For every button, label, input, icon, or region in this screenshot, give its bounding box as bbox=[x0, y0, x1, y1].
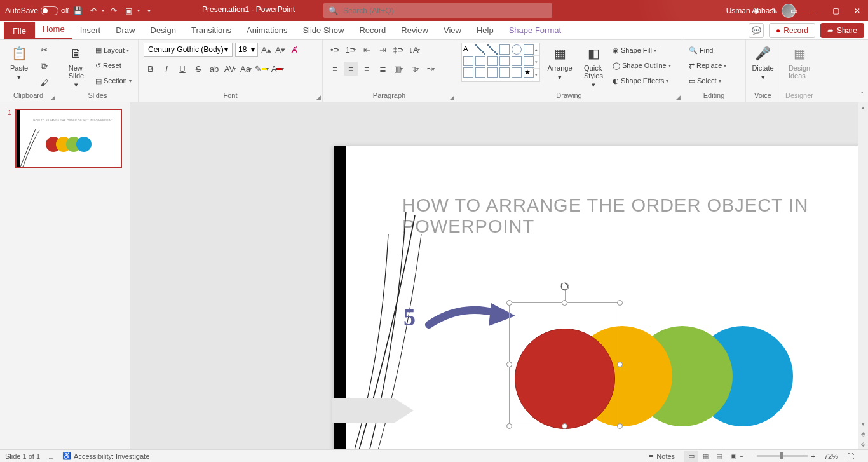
design-ideas-button[interactable]: ▦ Design Ideas bbox=[785, 43, 813, 79]
shape-gallery[interactable]: A ★ ▴▾▾ bbox=[461, 43, 540, 82]
increase-font-icon[interactable]: A▴ bbox=[261, 43, 272, 57]
tab-draw[interactable]: Draw bbox=[108, 22, 142, 39]
search-box[interactable]: 🔍 bbox=[323, 3, 552, 18]
columns-icon[interactable]: ▥▾ bbox=[391, 62, 405, 76]
selection-frame[interactable] bbox=[509, 302, 620, 426]
vertical-scrollbar[interactable]: ▴ ▾ ⬘⬙ bbox=[858, 102, 868, 449]
present-menu[interactable]: ▾ bbox=[137, 8, 140, 13]
handle-ne[interactable] bbox=[617, 300, 623, 306]
undo-menu[interactable]: ▾ bbox=[102, 8, 104, 13]
shape-fill-button[interactable]: ◉ Shape Fill▾ bbox=[611, 44, 672, 57]
handle-s[interactable] bbox=[562, 423, 567, 429]
italic-icon[interactable]: I bbox=[159, 62, 173, 76]
change-case-icon[interactable]: Aa▾ bbox=[239, 62, 253, 76]
align-center-icon[interactable]: ≡ bbox=[344, 62, 358, 76]
text-direction-icon[interactable]: ↴▾ bbox=[407, 62, 421, 76]
outdent-icon[interactable]: ⇤ bbox=[360, 43, 374, 57]
reading-view-icon[interactable]: ▤ bbox=[712, 451, 726, 462]
underline-icon[interactable]: U bbox=[175, 62, 189, 76]
slide-title[interactable]: HOW TO ARRANGE THE ORDER OBJECT IN POWER… bbox=[402, 195, 868, 237]
reset-button[interactable]: ↺ Reset bbox=[94, 59, 133, 72]
ribbon-display-icon[interactable]: ▭ bbox=[784, 0, 803, 21]
rotate-handle[interactable] bbox=[560, 282, 570, 292]
slideshow-view-icon[interactable]: ▣ bbox=[726, 451, 740, 462]
handle-e[interactable] bbox=[617, 362, 623, 367]
justify-icon[interactable]: ≣ bbox=[376, 62, 390, 76]
collapse-ribbon-icon[interactable]: ˄ bbox=[860, 91, 864, 99]
prev-slide-icon[interactable]: ⬘ bbox=[858, 429, 868, 439]
dictate-button[interactable]: 🎤 Dictate▾ bbox=[751, 43, 775, 81]
zoom-value[interactable]: 72% bbox=[824, 452, 838, 460]
numbering-icon[interactable]: 1≡▾ bbox=[344, 43, 358, 57]
font-color-icon[interactable]: A▾ bbox=[271, 62, 285, 76]
tab-design[interactable]: Design bbox=[143, 22, 184, 39]
zoom-slider[interactable] bbox=[757, 455, 808, 457]
record-button[interactable]: ●Record bbox=[769, 23, 815, 38]
new-slide-button[interactable]: 🗎 New Slide▾ bbox=[62, 43, 90, 89]
close-button[interactable]: ✕ bbox=[846, 0, 868, 21]
redo-icon[interactable]: ↷ bbox=[108, 5, 119, 17]
replace-button[interactable]: ⇄ Replace ▾ bbox=[688, 59, 728, 72]
decrease-font-icon[interactable]: A▾ bbox=[275, 43, 286, 57]
handle-sw[interactable] bbox=[506, 423, 512, 429]
zoom-out-icon[interactable]: − bbox=[740, 452, 743, 460]
slide-editor[interactable]: HOW TO ARRANGE THE ORDER OBJECT IN POWER… bbox=[130, 102, 868, 449]
section-button[interactable]: ▤ Section▾ bbox=[94, 74, 133, 87]
present-icon[interactable]: ▣ bbox=[123, 5, 135, 17]
handle-w[interactable] bbox=[506, 362, 512, 367]
tab-transitions[interactable]: Transitions bbox=[184, 22, 239, 39]
coming-soon-icon[interactable]: ✎ bbox=[765, 0, 784, 21]
highlight-icon[interactable]: ✎▾ bbox=[255, 62, 269, 76]
layout-button[interactable]: ▦ Layout▾ bbox=[94, 44, 133, 57]
spell-check-icon[interactable]: ⎵ bbox=[49, 452, 53, 460]
slide-canvas[interactable]: HOW TO ARRANGE THE ORDER OBJECT IN POWER… bbox=[334, 146, 868, 449]
handle-nw[interactable] bbox=[506, 300, 512, 306]
copy-icon[interactable]: ⧉▾ bbox=[37, 59, 51, 73]
slide-thumbnail-1[interactable]: HOW TO ARRANGE THE ORDER OBJECT IN POWER… bbox=[15, 109, 122, 168]
line-spacing-icon[interactable]: ‡≡▾ bbox=[391, 43, 405, 57]
normal-view-icon[interactable]: ▭ bbox=[684, 451, 698, 462]
launcher-icon[interactable]: ◢ bbox=[450, 94, 454, 100]
cut-icon[interactable]: ✂ bbox=[37, 43, 51, 57]
save-icon[interactable]: 💾 bbox=[72, 5, 84, 17]
slide-counter[interactable]: Slide 1 of 1 bbox=[5, 452, 40, 460]
minimize-button[interactable]: — bbox=[803, 0, 825, 21]
notes-button[interactable]: ≣Notes bbox=[648, 452, 675, 460]
diamond-icon[interactable]: ◈ bbox=[746, 0, 765, 21]
sort-icon[interactable]: ↓A▾ bbox=[407, 43, 421, 57]
select-button[interactable]: ▭ Select▾ bbox=[688, 74, 728, 87]
arrange-button[interactable]: ▦ Arrange▾ bbox=[544, 43, 576, 81]
strike-icon[interactable]: S̶ bbox=[191, 62, 205, 76]
zoom-in-icon[interactable]: + bbox=[811, 452, 815, 460]
quick-styles-button[interactable]: ◧ Quick Styles▾ bbox=[580, 43, 607, 89]
paste-button[interactable]: 📋 Paste ▾ bbox=[5, 43, 33, 81]
qat-customize-icon[interactable]: ▾ bbox=[144, 5, 155, 17]
share-button[interactable]: ➦Share bbox=[820, 23, 864, 38]
shape-effects-button[interactable]: ◐ Shape Effects▾ bbox=[611, 74, 672, 87]
search-input[interactable] bbox=[343, 6, 547, 15]
gray-arrow-shape[interactable] bbox=[332, 393, 415, 428]
font-size-select[interactable]: 18▾ bbox=[235, 43, 258, 57]
smartart-icon[interactable]: ⤳▾ bbox=[423, 62, 437, 76]
font-name-select[interactable]: Century Gothic (Body)▾ bbox=[144, 43, 233, 57]
fit-window-icon[interactable]: ⛶ bbox=[847, 452, 854, 460]
comments-button[interactable]: 💬 bbox=[749, 23, 764, 38]
tab-shape-format[interactable]: Shape Format bbox=[501, 22, 569, 39]
next-slide-icon[interactable]: ⬙ bbox=[858, 439, 868, 449]
tab-insert[interactable]: Insert bbox=[72, 22, 109, 39]
tab-animations[interactable]: Animations bbox=[239, 22, 295, 39]
accessibility-status[interactable]: ♿Accessibility: Investigate bbox=[62, 452, 149, 460]
shadow-icon[interactable]: ab bbox=[207, 62, 221, 76]
format-painter-icon[interactable]: 🖌 bbox=[37, 76, 51, 90]
launcher-icon[interactable]: ◢ bbox=[316, 94, 321, 100]
align-left-icon[interactable]: ≡ bbox=[328, 62, 342, 76]
handle-se[interactable] bbox=[617, 423, 623, 429]
undo-icon[interactable]: ↶ bbox=[88, 5, 99, 17]
tab-help[interactable]: Help bbox=[469, 22, 501, 39]
tab-home[interactable]: Home bbox=[35, 20, 72, 39]
autosave-toggle[interactable]: AutoSave Off bbox=[5, 6, 69, 15]
tab-file[interactable]: File bbox=[4, 22, 35, 39]
maximize-button[interactable]: ▢ bbox=[825, 0, 846, 21]
bullets-icon[interactable]: •≡▾ bbox=[328, 43, 342, 57]
handle-n[interactable] bbox=[562, 300, 567, 306]
